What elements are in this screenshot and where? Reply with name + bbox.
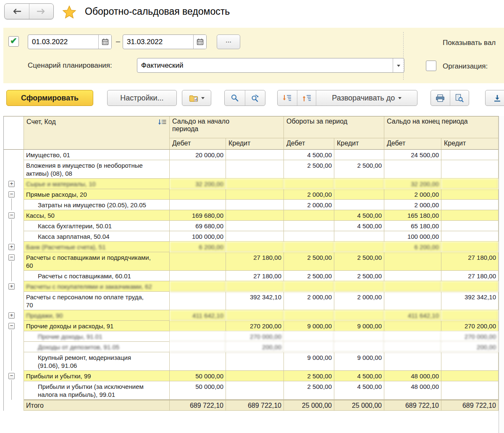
- value-cell[interactable]: 270 000,00: [441, 331, 499, 342]
- account-cell[interactable]: Касса бухгалтерии, 50.01: [24, 221, 170, 231]
- account-column-header[interactable]: Счет, Код: [24, 116, 170, 150]
- value-cell[interactable]: 2 000,00: [384, 200, 441, 210]
- value-cell[interactable]: 20 000,00: [170, 150, 226, 160]
- value-cell[interactable]: [170, 321, 226, 331]
- value-cell[interactable]: [284, 179, 334, 189]
- debit-subheader[interactable]: Дебет: [284, 138, 334, 150]
- credit-subheader[interactable]: Кредит: [334, 138, 384, 150]
- value-cell[interactable]: 50 000,00: [170, 381, 226, 400]
- collapse-icon[interactable]: −: [8, 191, 15, 198]
- credit-subheader[interactable]: Кредит: [226, 138, 284, 150]
- value-cell[interactable]: 9 000,00: [334, 321, 384, 331]
- value-cell[interactable]: [226, 242, 284, 252]
- account-cell[interactable]: Имущество, 01: [24, 150, 170, 160]
- value-cell[interactable]: [441, 221, 499, 231]
- value-cell[interactable]: [170, 292, 226, 310]
- value-cell[interactable]: 2 000,00: [284, 292, 334, 310]
- expand-icon[interactable]: +: [8, 181, 15, 187]
- sort-descending-icon[interactable]: [158, 119, 167, 126]
- value-cell[interactable]: 2 000,00: [384, 189, 441, 200]
- value-cell[interactable]: [170, 342, 226, 352]
- value-cell[interactable]: [441, 200, 499, 210]
- value-cell[interactable]: 411 642,10: [170, 310, 226, 321]
- value-cell[interactable]: [170, 331, 226, 342]
- period-checkbox[interactable]: [8, 36, 19, 47]
- collapse-icon[interactable]: −: [8, 373, 15, 379]
- account-cell[interactable]: Прочие доходы и расходы, 91: [24, 321, 170, 331]
- value-cell[interactable]: [334, 310, 384, 321]
- value-cell[interactable]: [334, 189, 384, 200]
- expand-to-button[interactable]: Разворачивать до: [316, 90, 417, 106]
- account-cell[interactable]: Прямые расходы, 20: [24, 189, 170, 200]
- account-cell[interactable]: Расчеты с поставщиками и подрядчиками, 6…: [24, 252, 170, 271]
- value-cell[interactable]: [170, 271, 226, 281]
- account-cell[interactable]: Расчеты с покупателями и заказчиками, 62: [24, 281, 170, 292]
- value-cell[interactable]: [284, 331, 334, 342]
- value-cell[interactable]: [284, 310, 334, 321]
- value-cell[interactable]: [384, 352, 441, 371]
- value-cell[interactable]: [226, 231, 284, 242]
- total-value-cell[interactable]: 25 000,00: [284, 400, 334, 411]
- favorite-star-icon[interactable]: [62, 5, 76, 19]
- value-cell[interactable]: 27 180,00: [226, 252, 284, 271]
- total-value-cell[interactable]: 689 722,10: [226, 400, 284, 411]
- value-cell[interactable]: [384, 281, 441, 292]
- value-cell[interactable]: [284, 281, 334, 292]
- value-cell[interactable]: [334, 200, 384, 210]
- value-cell[interactable]: [170, 281, 226, 292]
- value-cell[interactable]: 2 500,00: [334, 271, 384, 281]
- date-from-value[interactable]: 01.03.2022: [28, 38, 98, 46]
- value-cell[interactable]: [226, 381, 284, 400]
- value-cell[interactable]: [170, 200, 226, 210]
- value-cell[interactable]: 100 000,00: [384, 231, 441, 242]
- value-cell[interactable]: 50 000,00: [170, 371, 226, 381]
- value-cell[interactable]: [170, 352, 226, 371]
- value-cell[interactable]: [334, 150, 384, 160]
- value-cell[interactable]: 411 642,10: [384, 310, 441, 321]
- value-cell[interactable]: [226, 221, 284, 231]
- calendar-icon[interactable]: [193, 35, 206, 49]
- choose-period-button[interactable]: ...: [217, 34, 240, 49]
- value-cell[interactable]: [334, 331, 384, 342]
- value-cell[interactable]: 2 500,00: [334, 160, 384, 179]
- value-cell[interactable]: 2 000,00: [284, 189, 334, 200]
- value-cell[interactable]: [226, 352, 284, 371]
- credit-subheader[interactable]: Кредит: [441, 138, 499, 150]
- value-cell[interactable]: [384, 321, 441, 331]
- value-cell[interactable]: [441, 189, 499, 200]
- account-cell[interactable]: Прибыли и убытки (за исключением налога …: [24, 381, 170, 400]
- value-cell[interactable]: [441, 179, 499, 189]
- generate-button[interactable]: Сформировать: [6, 90, 93, 106]
- account-cell[interactable]: Вложения в имущество (в необоротные акти…: [24, 160, 170, 179]
- value-cell[interactable]: 392 342,10: [226, 292, 284, 310]
- value-cell[interactable]: 48 000,00: [384, 371, 441, 381]
- value-cell[interactable]: [334, 179, 384, 189]
- value-cell[interactable]: 169 680,00: [170, 210, 226, 221]
- value-cell[interactable]: 270 200,00: [226, 321, 284, 331]
- value-cell[interactable]: [441, 352, 499, 371]
- collapse-icon[interactable]: −: [8, 212, 15, 219]
- total-value-cell[interactable]: 689 722,10: [384, 400, 441, 411]
- value-cell[interactable]: [226, 310, 284, 321]
- value-cell[interactable]: [226, 281, 284, 292]
- print-button[interactable]: [431, 90, 450, 106]
- settings-button[interactable]: Настройки...: [107, 90, 177, 106]
- value-cell[interactable]: [441, 381, 499, 400]
- value-cell[interactable]: [170, 189, 226, 200]
- vertical-scrollbar[interactable]: [499, 116, 504, 433]
- report-variants-button[interactable]: [182, 90, 211, 106]
- total-label-cell[interactable]: Итого: [24, 400, 170, 411]
- scenario-select[interactable]: Фактический: [137, 58, 404, 73]
- value-cell[interactable]: 2 500,00: [284, 160, 334, 179]
- collapse-icon[interactable]: −: [8, 323, 15, 329]
- value-cell[interactable]: 65 180,00: [384, 221, 441, 231]
- value-cell[interactable]: 4 500,00: [334, 210, 384, 221]
- value-cell[interactable]: 2 000,00: [334, 292, 384, 310]
- value-cell[interactable]: 4 500,00: [334, 371, 384, 381]
- value-cell[interactable]: [226, 189, 284, 200]
- value-cell[interactable]: [226, 160, 284, 179]
- value-cell[interactable]: 100 000,00: [170, 231, 226, 242]
- value-cell[interactable]: 32 200,00: [170, 179, 226, 189]
- account-cell[interactable]: Доходы от депозитов, 91.05: [24, 342, 170, 352]
- value-cell[interactable]: [170, 252, 226, 271]
